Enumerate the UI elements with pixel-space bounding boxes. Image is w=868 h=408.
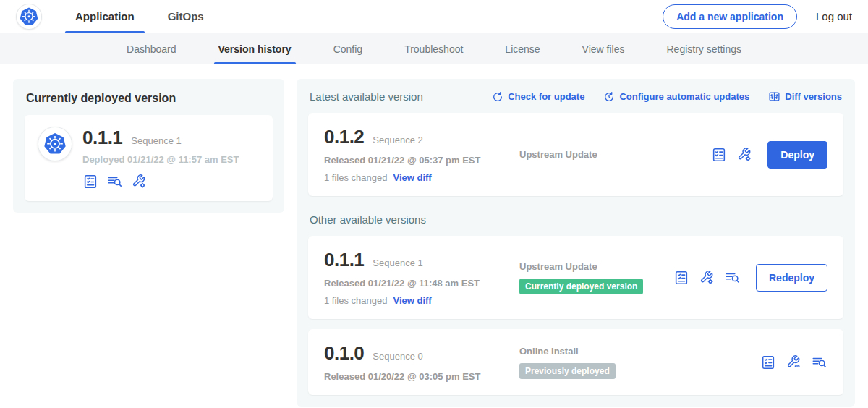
subtab-license-label: License [505, 43, 540, 55]
subtab-config-label: Config [333, 43, 362, 55]
currently-deployed-title: Currently deployed version [26, 92, 273, 105]
available-versions-panel: Latest available version Check for updat… [297, 79, 855, 407]
tab-gitops[interactable]: GitOps [156, 0, 216, 33]
subtab-license[interactable]: License [489, 33, 556, 64]
version-row-0-1-0: 0.1.0 Sequence 0 Released 01/20/22 @ 03:… [308, 329, 843, 395]
version-number: 0.1.0 [324, 342, 364, 365]
deploy-logs-icon[interactable] [811, 354, 827, 370]
released-timestamp: Released 01/21/22 @ 11:48 am EST [324, 278, 506, 289]
deploy-button[interactable]: Deploy [767, 141, 827, 169]
check-for-update-label: Check for update [508, 91, 584, 102]
tab-application[interactable]: Application [64, 0, 146, 33]
subtab-troubleshoot-label: Troubleshoot [404, 43, 463, 55]
tab-gitops-label: GitOps [168, 10, 204, 22]
version-source-label: Online Install [519, 346, 760, 357]
add-application-button[interactable]: Add a new application [663, 4, 797, 29]
auto-update-icon [603, 91, 615, 103]
diff-icon [768, 90, 780, 103]
deployed-version-number: 0.1.1 [82, 127, 122, 149]
subtab-view-files[interactable]: View files [566, 33, 641, 64]
version-source-label: Upstream Update [519, 149, 711, 160]
subtab-registry-settings-label: Registry settings [667, 43, 741, 55]
deploy-logs-icon[interactable] [724, 270, 741, 286]
sequence-label: Sequence 2 [373, 135, 422, 145]
logout-button[interactable]: Log out [816, 10, 852, 22]
latest-available-title: Latest available version [310, 90, 423, 103]
files-changed-label: 1 files changed [324, 172, 387, 183]
version-number: 0.1.1 [324, 249, 364, 271]
sequence-label: Sequence 0 [373, 351, 422, 362]
kubernetes-logo-icon [42, 131, 68, 157]
config-view-icon[interactable] [786, 354, 801, 370]
app-logo [38, 127, 72, 161]
currently-deployed-panel: Currently deployed version 0.1 [13, 79, 284, 213]
app-subnav: Dashboard Version history Config Trouble… [0, 33, 868, 64]
masthead: Application GitOps Add a new application… [0, 0, 868, 33]
other-versions-title: Other available versions [310, 213, 842, 226]
configure-automatic-updates-label: Configure automatic updates [619, 91, 749, 102]
config-wrench-icon[interactable] [736, 147, 752, 163]
redeploy-button[interactable]: Redeploy [756, 264, 827, 292]
sequence-label: Sequence 1 [373, 258, 422, 268]
preflight-checks-icon[interactable] [82, 174, 98, 190]
refresh-icon [492, 91, 503, 103]
preflight-checks-icon[interactable] [673, 270, 689, 286]
view-diff-link[interactable]: View diff [393, 172, 431, 183]
kubernetes-logo-icon [18, 6, 40, 27]
version-source-label: Upstream Update [519, 261, 673, 272]
deploy-logs-icon[interactable] [106, 174, 123, 190]
files-changed-label: 1 files changed [324, 295, 387, 306]
previously-deployed-badge: Previously deployed [519, 363, 616, 379]
tab-application-label: Application [75, 10, 135, 22]
config-wrench-icon[interactable] [699, 270, 715, 286]
subtab-dashboard[interactable]: Dashboard [111, 33, 192, 64]
diff-versions-link[interactable]: Diff versions [768, 90, 842, 103]
released-timestamp: Released 01/21/22 @ 05:37 pm EST [324, 155, 506, 166]
subtab-dashboard-label: Dashboard [127, 43, 176, 55]
check-for-update-link[interactable]: Check for update [492, 91, 584, 103]
deployed-timestamp: Deployed 01/21/22 @ 11:57 am EST [82, 154, 239, 165]
version-row-0-1-2: 0.1.2 Sequence 2 Released 01/21/22 @ 05:… [308, 113, 843, 196]
version-number: 0.1.2 [324, 126, 364, 148]
kubernetes-logo [16, 4, 42, 30]
masthead-right: Add a new application Log out [663, 4, 852, 29]
main-content: Currently deployed version 0.1 [0, 64, 868, 408]
subtab-version-history[interactable]: Version history [203, 33, 307, 64]
view-diff-link[interactable]: View diff [393, 295, 431, 306]
preflight-checks-icon[interactable] [711, 147, 727, 163]
released-timestamp: Released 01/20/22 @ 03:05 pm EST [324, 371, 506, 382]
currently-deployed-card: 0.1.1 Sequence 1 Deployed 01/21/22 @ 11:… [25, 115, 273, 201]
config-wrench-icon[interactable] [131, 174, 147, 190]
currently-deployed-badge: Currently deployed version [519, 279, 643, 294]
subtab-troubleshoot[interactable]: Troubleshoot [388, 33, 479, 64]
subtab-version-history-label: Version history [218, 43, 292, 55]
diff-versions-label: Diff versions [785, 91, 842, 102]
version-row-0-1-1: 0.1.1 Sequence 1 Released 01/21/22 @ 11:… [308, 236, 843, 319]
subtab-config[interactable]: Config [318, 33, 378, 64]
preflight-checks-icon[interactable] [760, 354, 776, 370]
configure-automatic-updates-link[interactable]: Configure automatic updates [603, 91, 749, 103]
subtab-registry-settings[interactable]: Registry settings [651, 33, 757, 64]
app-tabs: Application GitOps [64, 0, 216, 33]
deployed-sequence-label: Sequence 1 [131, 135, 181, 146]
subtab-view-files-label: View files [582, 43, 625, 55]
